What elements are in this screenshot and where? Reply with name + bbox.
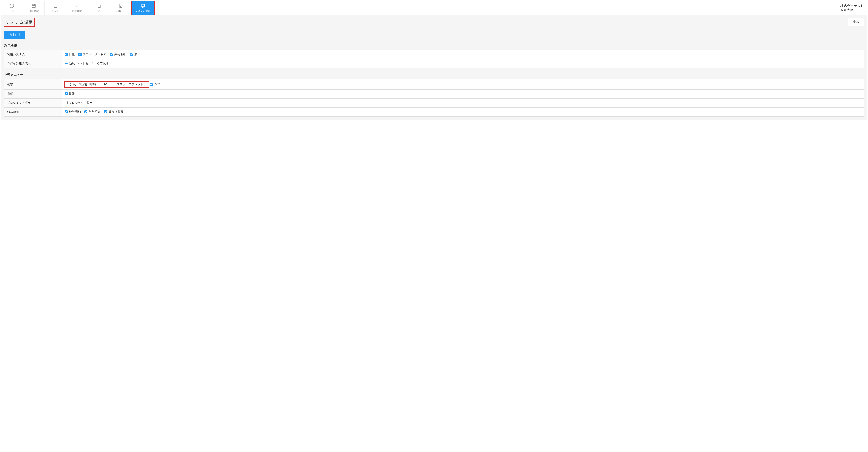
checkbox-label: 源泉徴収票 <box>108 110 123 114</box>
bracket-prefix: [位置情報取得: <box>78 82 97 86</box>
svg-text:31: 31 <box>33 5 35 7</box>
table-row: プロジェクト収支 プロジェクト収支 <box>4 98 864 108</box>
svg-rect-4 <box>141 4 145 6</box>
row-label: プロジェクト収支 <box>4 98 62 108</box>
user-name: 勤怠太郎 ▼ <box>840 8 856 12</box>
table-row: 勤怠 打刻 [位置情報取得: PC スマホ・タブレット ] シフト <box>4 79 864 89</box>
radio-label: 給与明細 <box>97 62 108 65</box>
row-label: ログイン後の表示 <box>4 59 62 68</box>
checkbox-label: 給与明細 <box>114 53 126 56</box>
checkbox-nippou2[interactable] <box>64 92 68 95</box>
radio-nippou[interactable] <box>79 62 82 65</box>
table-row: 利用システム 日報 プロジェクト収支 給与明細 届出 <box>4 50 864 59</box>
table-row: 日報 日報 <box>4 89 864 98</box>
checkbox-payslip2[interactable] <box>64 110 68 113</box>
checkbox-nippou[interactable] <box>64 53 68 56</box>
checkbox-todoke[interactable] <box>130 53 133 56</box>
nav-label: 打刻 <box>9 9 14 13</box>
table-row: 給与明細 給与明細 賞与明細 源泉徴収票 <box>4 108 864 117</box>
radio-payslip[interactable] <box>92 62 95 65</box>
monitor-icon <box>140 3 146 8</box>
nav-label: 届出 <box>96 9 101 13</box>
nav-report[interactable]: レポート <box>110 1 132 15</box>
row-label: 勤怠 <box>4 79 62 89</box>
svg-rect-3 <box>54 4 57 7</box>
checkbox-label: PC <box>103 83 107 86</box>
back-button[interactable]: 戻る <box>848 18 864 26</box>
checkbox-label: シフト <box>154 82 163 86</box>
check-icon <box>74 3 80 8</box>
highlighted-location-settings: 打刻 [位置情報取得: PC スマホ・タブレット ] <box>64 82 149 87</box>
radio-kintai[interactable] <box>64 62 68 65</box>
nav-dakoku[interactable]: 打刻 <box>1 1 23 15</box>
bracket-suffix: ] <box>145 83 146 86</box>
checkbox-project2[interactable] <box>64 101 68 104</box>
nav-label: シフト <box>52 9 59 13</box>
checkbox-payslip[interactable] <box>110 53 113 56</box>
register-button[interactable]: 登録する <box>4 31 25 39</box>
topmenu-table: 勤怠 打刻 [位置情報取得: PC スマホ・タブレット ] シフト <box>4 79 864 117</box>
row-label: 利用システム <box>4 50 62 59</box>
report-icon <box>118 3 123 8</box>
top-navigation: 打刻 31 日次勤怠 シフト 勤怠承認 届出 <box>1 1 867 15</box>
checkbox-label: 給与明細 <box>69 110 81 114</box>
nav-label: 日次勤怠 <box>29 9 39 13</box>
notebook-icon <box>53 3 58 8</box>
nav-label: レポート <box>116 9 126 13</box>
nav-system-admin[interactable]: システム管理 <box>132 1 154 15</box>
nav-notification[interactable]: 届出 <box>88 1 110 15</box>
checkbox-label: プロジェクト収支 <box>69 101 93 105</box>
checkbox-label: スマホ・タブレット <box>117 82 143 86</box>
checkbox-bonus[interactable] <box>84 110 88 113</box>
upload-doc-icon <box>96 3 102 8</box>
checkbox-label: 日報 <box>69 53 75 56</box>
checkbox-project[interactable] <box>79 53 82 56</box>
checkbox-dakoku[interactable] <box>66 83 69 86</box>
checkbox-label: 届出 <box>134 53 140 56</box>
section-title-topmenu: 上部メニュー <box>4 73 864 77</box>
nav-daily[interactable]: 31 日次勤怠 <box>23 1 44 15</box>
checkbox-label: プロジェクト収支 <box>83 53 106 56</box>
radio-label: 日報 <box>83 62 89 65</box>
company-name: 株式会社 テスト <box>840 4 863 8</box>
clock-icon <box>9 3 14 8</box>
checkbox-sp[interactable] <box>112 83 115 86</box>
nav-approval[interactable]: 勤怠承認 <box>66 1 88 15</box>
features-table: 利用システム 日報 プロジェクト収支 給与明細 届出 ログイン後の表示 勤怠 日… <box>4 50 864 68</box>
checkbox-withholding[interactable] <box>104 110 107 113</box>
radio-label: 勤怠 <box>69 62 75 65</box>
user-menu[interactable]: 株式会社 テスト 勤怠太郎 ▼ <box>837 1 867 15</box>
checkbox-shift[interactable] <box>150 83 153 86</box>
section-title-features: 利用機能 <box>4 44 864 48</box>
row-label: 日報 <box>4 89 62 98</box>
page-title: システム設定 <box>4 19 34 26</box>
calendar-icon: 31 <box>31 3 36 8</box>
table-row: ログイン後の表示 勤怠 日報 給与明細 <box>4 59 864 68</box>
row-label: 給与明細 <box>4 108 62 117</box>
checkbox-label: 日報 <box>69 92 75 96</box>
nav-label: システム管理 <box>135 9 151 13</box>
checkbox-label: 打刻 <box>70 82 76 86</box>
nav-shift[interactable]: シフト <box>44 1 66 15</box>
chevron-down-icon: ▼ <box>854 9 856 11</box>
checkbox-label: 賞与明細 <box>89 110 100 114</box>
checkbox-pc[interactable] <box>99 83 102 86</box>
nav-label: 勤怠承認 <box>72 9 82 13</box>
